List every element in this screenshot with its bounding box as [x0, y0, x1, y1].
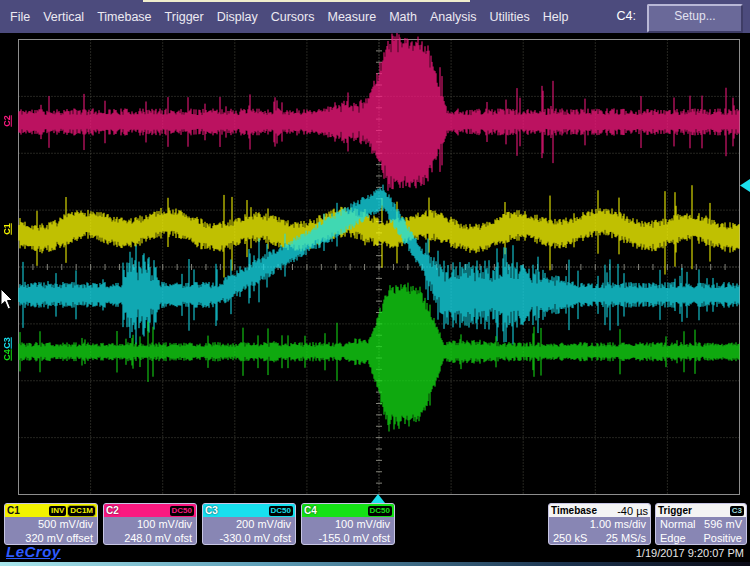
- c3-offset: -330.0 mV ofst: [203, 531, 295, 545]
- channel-marker-label: C4: [2, 349, 12, 361]
- menu-item-utilities[interactable]: Utilities: [489, 10, 529, 24]
- c4-label: C4: [304, 505, 366, 517]
- menu-item-analysis[interactable]: Analysis: [430, 10, 477, 24]
- channel-descriptor-c1[interactable]: C1 INV DC1M 500 mV/div 320 mV offset: [4, 503, 98, 545]
- menu-item-timebase[interactable]: Timebase: [97, 10, 151, 24]
- trigger-source-badge: C3: [730, 506, 744, 516]
- menu-item-math[interactable]: Math: [389, 10, 417, 24]
- timebase-header: Timebase -40 µs: [549, 504, 650, 517]
- channel-marker-label: C1: [2, 223, 12, 235]
- bottom-edge-strip: [0, 562, 750, 566]
- lecroy-logo: LeCroy: [6, 543, 61, 560]
- timebase-delay: -40 µs: [617, 505, 648, 517]
- setup-button[interactable]: Setup...: [647, 4, 743, 33]
- channel-descriptor-c3[interactable]: C3 DC50 200 mV/div -330.0 mV ofst: [202, 503, 296, 545]
- c3-label: C3: [205, 505, 267, 517]
- trigger-header: Trigger C3: [656, 504, 746, 517]
- menu-item-display[interactable]: Display: [217, 10, 258, 24]
- c4-header: C4 DC50: [302, 504, 394, 517]
- c2-label: C2: [106, 505, 168, 517]
- trigger-slope: Positive: [703, 531, 742, 545]
- c1-coupling-badge: DC1M: [68, 506, 95, 516]
- timebase-descriptor[interactable]: Timebase -40 µs 1.00 ms/div 250 kS 25 MS…: [548, 503, 651, 545]
- c3-coupling-badge: DC50: [269, 506, 293, 516]
- timebase-samples: 250 kS: [553, 531, 587, 545]
- channel-zero-marker-c2[interactable]: C2: [0, 107, 14, 135]
- channel-zero-marker-c1[interactable]: C1: [0, 215, 14, 243]
- timebase-scale: 1.00 ms/div: [549, 517, 650, 531]
- menu-item-file[interactable]: File: [10, 10, 30, 24]
- c2-header: C2 DC50: [104, 504, 196, 517]
- trigger-kind: Edge: [660, 531, 686, 545]
- c2-scale: 100 mV/div: [104, 517, 196, 531]
- timebase-label: Timebase: [551, 505, 615, 517]
- c2-coupling-badge: DC50: [170, 506, 194, 516]
- menu-bar: File Vertical Timebase Trigger Display C…: [0, 0, 750, 33]
- c4-offset: -155.0 mV ofst: [302, 531, 394, 545]
- c3-header: C3 DC50: [203, 504, 295, 517]
- menu-items: File Vertical Timebase Trigger Display C…: [10, 0, 568, 33]
- mouse-cursor: [0, 289, 14, 310]
- c1-inv-badge: INV: [49, 506, 66, 516]
- c1-label: C1: [7, 505, 47, 517]
- trigger-time-marker[interactable]: [371, 494, 385, 503]
- datetime-display: 1/19/2017 9:20:07 PM: [636, 547, 744, 559]
- timebase-sample-rate: 25 MS/s: [606, 531, 646, 545]
- trigger-descriptor[interactable]: Trigger C3 Normal 596 mV Edge Positive: [655, 503, 747, 545]
- dialog-edge-line: [143, 0, 470, 2]
- trigger-mode: Normal: [660, 517, 695, 531]
- menu-item-help[interactable]: Help: [543, 10, 569, 24]
- menu-item-measure[interactable]: Measure: [327, 10, 376, 24]
- waveform-display[interactable]: [0, 33, 750, 503]
- trigger-level: 596 mV: [704, 517, 742, 531]
- menu-item-cursors[interactable]: Cursors: [271, 10, 315, 24]
- context-channel-label: C4:: [617, 9, 636, 23]
- trigger-label: Trigger: [658, 505, 728, 517]
- menu-item-vertical[interactable]: Vertical: [43, 10, 84, 24]
- channel-descriptor-c4[interactable]: C4 DC50 100 mV/div -155.0 mV ofst: [301, 503, 395, 545]
- oscilloscope-screen: File Vertical Timebase Trigger Display C…: [0, 0, 750, 566]
- c1-scale: 500 mV/div: [5, 517, 97, 531]
- c4-scale: 100 mV/div: [302, 517, 394, 531]
- channel-marker-label: C2: [2, 115, 12, 127]
- waveform-area: C2 C1 C3 C4: [0, 33, 750, 503]
- channel-zero-marker-c4[interactable]: C4: [0, 342, 14, 368]
- c2-offset: 248.0 mV ofst: [104, 531, 196, 545]
- c4-coupling-badge: DC50: [368, 506, 392, 516]
- c1-header: C1 INV DC1M: [5, 504, 97, 517]
- trigger-level-marker[interactable]: [740, 179, 750, 192]
- menu-item-trigger[interactable]: Trigger: [165, 10, 204, 24]
- status-bar: C1 INV DC1M 500 mV/div 320 mV offset C2 …: [0, 503, 750, 546]
- channel-descriptor-c2[interactable]: C2 DC50 100 mV/div 248.0 mV ofst: [103, 503, 197, 545]
- c3-scale: 200 mV/div: [203, 517, 295, 531]
